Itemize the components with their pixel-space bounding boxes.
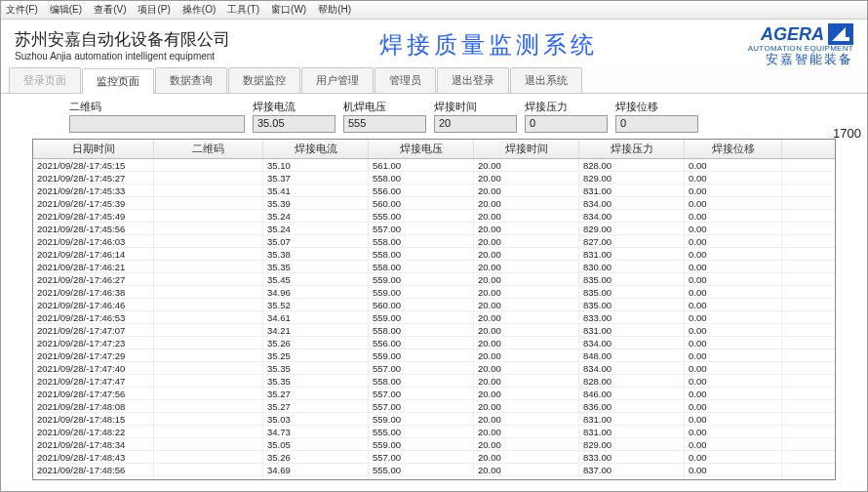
- cell: 34.21: [263, 324, 369, 336]
- voltage-input[interactable]: 555: [343, 115, 426, 133]
- cell: 0.00: [685, 476, 782, 480]
- table-row[interactable]: 2021/09/28/-17:48:4335.26557.0020.00833.…: [33, 451, 835, 464]
- time-input[interactable]: 20: [434, 115, 517, 133]
- table-row[interactable]: 2021/09/28/-17:48:5634.69555.0020.00837.…: [33, 464, 835, 476]
- table-row[interactable]: 2021/09/28/-17:47:2335.26556.0020.00834.…: [33, 337, 835, 349]
- table-row[interactable]: 2021/09/28/-17:47:0734.21558.0020.00831.…: [33, 324, 835, 337]
- menu-item[interactable]: 工具(T): [227, 3, 259, 17]
- tab-6[interactable]: 退出登录: [437, 67, 509, 93]
- current-input[interactable]: 35.05: [253, 115, 335, 133]
- menu-item[interactable]: 文件(F): [6, 3, 38, 17]
- table-row[interactable]: 2021/09/28/-17:46:2735.45559.0020.00835.…: [33, 273, 835, 286]
- cell: 0.00: [685, 375, 782, 387]
- tab-4[interactable]: 用户管理: [301, 67, 374, 93]
- tab-3[interactable]: 数据监控: [228, 67, 300, 93]
- tab-7[interactable]: 退出系统: [510, 67, 582, 93]
- table-body[interactable]: 2021/09/28/-17:45:1535.10561.0020.00828.…: [33, 159, 835, 480]
- table-row[interactable]: 2021/09/28/-17:45:5635.24557.0020.00829.…: [33, 223, 835, 235]
- tab-0[interactable]: 登录页面: [9, 67, 81, 93]
- company-name-zh: 苏州安嘉自动化设备有限公司: [15, 28, 230, 51]
- logo-icon: [828, 23, 853, 45]
- table-row[interactable]: 2021/09/28/-17:47:2935.25559.0020.00848.…: [33, 349, 835, 362]
- table-row[interactable]: 2021/09/28/-17:46:5334.61559.0020.00833.…: [33, 311, 835, 324]
- cell: 2021/09/28/-17:48:56: [33, 464, 154, 475]
- record-count: 1700: [833, 126, 861, 141]
- disp-label: 焊接位移: [615, 100, 698, 114]
- table-row[interactable]: 2021/09/28/-17:46:2135.35558.0020.00830.…: [33, 261, 835, 273]
- cell: [154, 413, 263, 425]
- menu-item[interactable]: 操作(O): [182, 3, 216, 17]
- cell: 829.00: [579, 438, 685, 450]
- cell: 35.27: [263, 388, 369, 399]
- cell: 35.35: [263, 362, 369, 374]
- cell: 20.00: [474, 172, 579, 184]
- cell: 2021/09/28/-17:45:33: [33, 184, 154, 196]
- cell: 0.00: [685, 273, 782, 285]
- tab-1[interactable]: 监控页面: [82, 68, 154, 94]
- cell: 35.10: [263, 159, 369, 171]
- col-header[interactable]: 焊接压力: [579, 140, 685, 158]
- pressure-input[interactable]: 0: [525, 115, 608, 133]
- cell: [154, 476, 263, 480]
- table-row[interactable]: 2021/09/28/-17:45:3335.41556.0020.00831.…: [33, 184, 835, 197]
- time-label: 焊接时间: [434, 100, 517, 114]
- table-row[interactable]: 2021/09/28/-17:46:0335.07558.0020.00827.…: [33, 235, 835, 248]
- cell: 34.73: [263, 426, 369, 437]
- cell: [154, 362, 263, 374]
- disp-input[interactable]: 0: [615, 115, 698, 133]
- table-row[interactable]: 2021/09/28/-17:48:2234.73555.0020.00831.…: [33, 426, 835, 438]
- qr-label: 二维码: [69, 100, 245, 114]
- table-row[interactable]: 2021/09/28/-17:48:1535.03559.0020.00831.…: [33, 413, 835, 426]
- cell: 0.00: [685, 299, 782, 310]
- cell: [154, 235, 263, 247]
- inputs-row: 二维码 焊接电流35.05 机焊电压555 焊接时间20 焊接压力0 焊接位移0: [1, 94, 867, 137]
- table-row[interactable]: 2021/09/28/-17:46:3834.96559.0020.00835.…: [33, 286, 835, 299]
- cell: 35.25: [263, 349, 369, 361]
- table-row[interactable]: 2021/09/28/-17:46:4635.52560.0020.00835.…: [33, 299, 835, 311]
- table-row[interactable]: 2021/09/28/-17:47:4735.35558.0020.00828.…: [33, 375, 835, 388]
- tab-bar: 登录页面监控页面数据查询数据监控用户管理管理员退出登录退出系统: [1, 67, 867, 94]
- col-header[interactable]: 焊接位移: [685, 140, 782, 158]
- table-row[interactable]: 2021/09/28/-17:48:3435.05559.0020.00829.…: [33, 438, 835, 451]
- cell: 0.00: [685, 235, 782, 247]
- cell: 2021/09/28/-17:45:56: [33, 223, 154, 234]
- cell: 835.00: [579, 299, 685, 310]
- cell: [154, 172, 263, 184]
- menu-item[interactable]: 编辑(E): [50, 3, 82, 17]
- col-header[interactable]: 二维码: [154, 140, 263, 158]
- logo-text: AGERA: [761, 25, 824, 43]
- cell: 20.00: [474, 464, 579, 475]
- tab-5[interactable]: 管理员: [375, 67, 436, 93]
- col-header[interactable]: 日期时间: [33, 140, 154, 158]
- col-header[interactable]: 焊接时间: [474, 140, 579, 158]
- col-header[interactable]: 焊接电压: [369, 140, 474, 158]
- menu-item[interactable]: 帮助(H): [318, 3, 351, 17]
- cell: 2021/09/28/-17:45:39: [33, 197, 154, 209]
- cell: 0.00: [685, 337, 782, 348]
- col-header[interactable]: 焊接电流: [263, 140, 369, 158]
- table-row[interactable]: 2021/09/28/-17:45:2735.37558.0020.00829.…: [33, 172, 835, 184]
- table-row[interactable]: 2021/09/28/-17:46:1435.38558.0020.00831.…: [33, 248, 835, 261]
- qr-input[interactable]: [69, 115, 245, 133]
- tab-2[interactable]: 数据查询: [155, 67, 227, 93]
- table-row[interactable]: 2021/09/28/-17:48:0835.27557.0020.00836.…: [33, 400, 835, 413]
- cell: 0.00: [685, 248, 782, 260]
- cell: 35.39: [263, 197, 369, 209]
- cell: [154, 261, 263, 272]
- menu-item[interactable]: 窗口(W): [271, 3, 306, 17]
- cell: 35.26: [263, 337, 369, 348]
- logo: AGERA AUTOMATION EQUIPMENT 安嘉智能装备: [748, 23, 853, 65]
- table-row[interactable]: 2021/09/28/-17:45:1535.10561.0020.00828.…: [33, 159, 835, 172]
- cell: 835.00: [579, 286, 685, 298]
- menu-item[interactable]: 查看(V): [94, 3, 126, 17]
- menu-item[interactable]: 项目(P): [138, 3, 170, 17]
- table-row[interactable]: 2021/09/28/-17:49:0835.20557.0020.00831.…: [33, 476, 835, 480]
- table-row[interactable]: 2021/09/28/-17:45:4935.24555.0020.00834.…: [33, 210, 835, 223]
- table-row[interactable]: 2021/09/28/-17:47:4035.35557.0020.00834.…: [33, 362, 835, 375]
- table-row[interactable]: 2021/09/28/-17:45:3935.39560.0020.00834.…: [33, 197, 835, 210]
- cell: [154, 464, 263, 475]
- cell: 0.00: [685, 184, 782, 196]
- cell: 0.00: [685, 223, 782, 234]
- table-row[interactable]: 2021/09/28/-17:47:5635.27557.0020.00846.…: [33, 388, 835, 400]
- cell: [154, 197, 263, 209]
